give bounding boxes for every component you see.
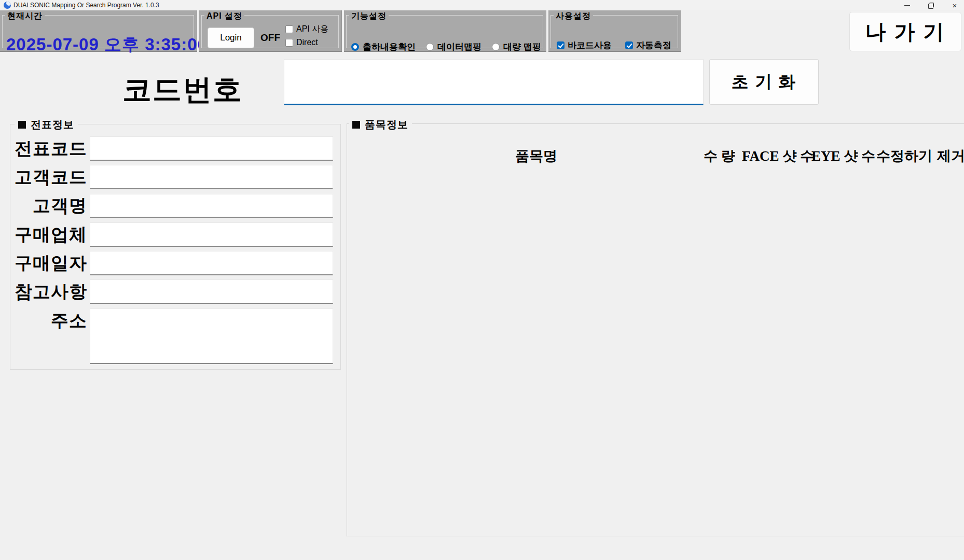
- barcode-use-checkbox[interactable]: [557, 41, 564, 49]
- purchase-date-label: 구매일자: [10, 251, 87, 275]
- current-time-panel: 현재시간 2025-07-09 오후 3:35:06: [0, 10, 197, 52]
- item-info-groupbox: [347, 123, 964, 537]
- minimize-button[interactable]: [902, 0, 912, 10]
- api-checkbox-group: API 사용 Direct: [285, 24, 328, 47]
- usage-settings-group-label: 사용설정: [554, 11, 593, 22]
- black-square-icon: [352, 121, 360, 129]
- customer-name-label: 고객명: [10, 194, 87, 218]
- item-info-group-label-text: 품목정보: [365, 118, 408, 132]
- column-header-remove: 제거하기: [937, 147, 964, 165]
- function-radio-group: 출하내용확인 데이터맵핑 대량 맵핑: [351, 41, 541, 53]
- slip-info-group-label-text: 전표정보: [31, 118, 74, 132]
- radio-data-mapping[interactable]: 데이터맵핑: [426, 41, 481, 53]
- current-time-group-label: 현재시간: [5, 11, 45, 22]
- code-number-input[interactable]: [284, 59, 704, 105]
- customer-name-input[interactable]: [90, 194, 333, 218]
- title-bar: DUALSONIC Mapping Or Search Program Ver.…: [0, 0, 964, 10]
- purchase-date-input[interactable]: [90, 251, 333, 275]
- exit-button[interactable]: 나 가 기: [849, 12, 961, 51]
- slip-info-group-label: 전표정보: [15, 118, 78, 132]
- customer-code-input[interactable]: [90, 165, 333, 189]
- column-header-quantity: 수 량: [704, 147, 735, 165]
- reset-button[interactable]: 초 기 화: [709, 59, 819, 105]
- close-button[interactable]: ×: [949, 0, 960, 10]
- api-use-checkbox[interactable]: [285, 25, 293, 33]
- auto-measure-checkbox[interactable]: [625, 41, 633, 49]
- radio-shipping-check-icon[interactable]: [351, 43, 359, 51]
- column-header-item-name: 품목명: [515, 147, 557, 165]
- radio-shipping-check-label: 출하내용확인: [363, 41, 416, 53]
- barcode-use-label: 바코드사용: [568, 39, 612, 51]
- column-header-face-shots: FACE 샷 수: [742, 147, 814, 165]
- auto-measure-checkbox-row[interactable]: 자동측정: [625, 39, 671, 51]
- radio-bulk-mapping-icon[interactable]: [492, 43, 500, 51]
- radio-bulk-mapping-label: 대량 맵핑: [503, 41, 541, 53]
- direct-label: Direct: [296, 38, 318, 47]
- api-status-text: OFF: [260, 32, 280, 44]
- function-settings-group-label: 기능설정: [349, 11, 389, 22]
- purchase-company-label: 구매업체: [10, 222, 87, 247]
- customer-code-label: 고객코드: [10, 165, 87, 189]
- usage-checkbox-group: 바코드사용 자동측정: [557, 39, 671, 51]
- slip-code-input[interactable]: [90, 136, 333, 161]
- window-controls: ×: [902, 0, 960, 10]
- close-icon: ×: [953, 2, 957, 9]
- column-header-edit: 수정하기: [876, 147, 932, 165]
- minimize-icon: [904, 5, 910, 6]
- radio-data-mapping-icon[interactable]: [426, 43, 434, 51]
- app-logo-icon: [4, 2, 11, 9]
- window-title: DUALSONIC Mapping Or Search Program Ver.…: [13, 2, 159, 9]
- radio-bulk-mapping[interactable]: 대량 맵핑: [492, 41, 541, 53]
- item-info-group-label: 품목정보: [349, 118, 412, 132]
- api-use-label: API 사용: [296, 24, 328, 35]
- address-input[interactable]: [90, 309, 333, 364]
- api-use-checkbox-row[interactable]: API 사용: [285, 24, 328, 35]
- direct-checkbox[interactable]: [285, 39, 293, 47]
- login-button[interactable]: Login: [208, 27, 254, 48]
- current-time-value: 2025-07-09 오후 3:35:06: [6, 33, 208, 57]
- function-settings-panel: 기능설정 출하내용확인 데이터맵핑 대량 맵핑: [344, 10, 546, 52]
- address-label: 주소: [10, 309, 87, 333]
- radio-data-mapping-label: 데이터맵핑: [437, 41, 481, 53]
- restore-button[interactable]: [926, 0, 936, 10]
- black-square-icon: [18, 121, 26, 129]
- column-header-eye-shots: EYE 샷 수: [811, 147, 875, 165]
- remarks-label: 참고사항: [10, 279, 87, 304]
- code-number-label: 코드번호: [122, 71, 243, 110]
- barcode-use-checkbox-row[interactable]: 바코드사용: [557, 39, 612, 51]
- usage-settings-panel: 사용설정 바코드사용 자동측정: [548, 10, 681, 52]
- radio-shipping-check[interactable]: 출하내용확인: [351, 41, 416, 53]
- api-settings-group-label: API 설정: [204, 11, 244, 22]
- restore-icon: [928, 3, 933, 8]
- remarks-input[interactable]: [90, 279, 333, 304]
- slip-code-label: 전표코드: [10, 136, 87, 161]
- direct-checkbox-row[interactable]: Direct: [285, 38, 328, 47]
- auto-measure-label: 자동측정: [636, 39, 671, 51]
- api-settings-panel: API 설정 Login OFF API 사용 Direct: [199, 10, 342, 52]
- purchase-company-input[interactable]: [90, 222, 333, 247]
